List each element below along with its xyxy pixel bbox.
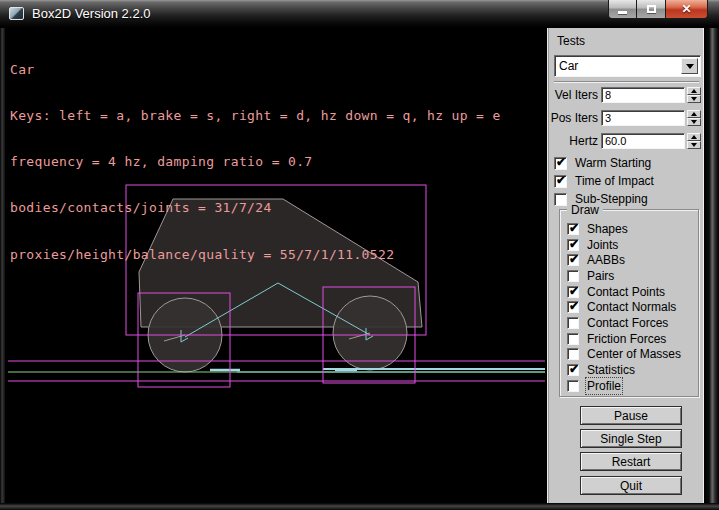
check-icon: ✔: [569, 253, 579, 266]
contact-points-label: Contact Points: [587, 285, 665, 299]
time-of-impact-label: Time of Impact: [575, 174, 654, 188]
stats-overlay: Car Keys: left = a, brake = s, right = d…: [10, 31, 501, 293]
quit-button[interactable]: Quit: [580, 476, 682, 495]
warm-starting-label: Warm Starting: [575, 156, 651, 170]
checkbox-joints[interactable]: ✔ Joints: [560, 237, 698, 253]
app-icon: [9, 7, 24, 20]
vel-iters-spin-down-button[interactable]: [687, 95, 701, 103]
profile-label: Profile: [587, 379, 621, 393]
window-frame-bottom: [0, 503, 719, 510]
contact-normals-checkbox[interactable]: ✔: [567, 301, 579, 313]
pos-iters-value: 3: [605, 112, 611, 124]
arrow-up-icon: [691, 135, 697, 139]
checkbox-center-of-masses[interactable]: Center of Masses: [560, 347, 698, 363]
pos-iters-spin-down-button[interactable]: [687, 118, 701, 126]
vel-iters-spin-up-button[interactable]: [687, 87, 701, 95]
pos-iters-label: Pos Iters: [548, 111, 598, 125]
contact-forces-checkbox[interactable]: [567, 317, 579, 329]
check-icon: ✔: [569, 300, 579, 313]
aabbs-label: AABBs: [587, 253, 625, 267]
chevron-down-icon: [686, 64, 694, 69]
hertz-spinner: [687, 133, 701, 149]
check-icon: ✔: [556, 156, 566, 169]
tests-label: Tests: [557, 34, 585, 48]
window-frame-right: [704, 28, 719, 510]
pos-iters-input[interactable]: 3: [601, 110, 685, 126]
tests-dropdown-value: Car: [559, 59, 578, 73]
minimize-button[interactable]: [608, 0, 637, 19]
hertz-spin-up-button[interactable]: [687, 133, 701, 141]
shapes-label: Shapes: [587, 222, 628, 236]
maximize-icon: [647, 5, 656, 13]
tests-dropdown-button[interactable]: [681, 58, 698, 74]
vel-iters-spinner: [687, 87, 701, 103]
check-icon: ✔: [569, 222, 579, 235]
title-bar[interactable]: Box2D Version 2.2.0 ✕: [0, 0, 719, 28]
vel-iters-input[interactable]: 8: [601, 87, 685, 103]
aabbs-checkbox[interactable]: ✔: [567, 254, 579, 266]
hertz-row: Hertz 60.0: [548, 133, 705, 149]
overlay-line-frequency: frequency = 4 hz, damping ratio = 0.7: [10, 154, 501, 169]
checkbox-time-of-impact[interactable]: ✔ Time of Impact: [554, 174, 654, 188]
time-of-impact-checkbox[interactable]: ✔: [554, 175, 567, 188]
joints-checkbox[interactable]: ✔: [567, 239, 579, 251]
checkbox-profile[interactable]: Profile: [560, 378, 698, 394]
statistics-checkbox[interactable]: ✔: [567, 364, 579, 376]
friction-forces-checkbox[interactable]: [567, 333, 579, 345]
single-step-button-label: Single Step: [600, 432, 661, 446]
checkbox-warm-starting[interactable]: ✔ Warm Starting: [554, 156, 651, 170]
restart-button-label: Restart: [612, 455, 651, 469]
control-panel: Tests Car Vel Iters 8 Pos Iters 3: [547, 28, 704, 503]
simulation-canvas[interactable]: Car Keys: left = a, brake = s, right = d…: [5, 28, 547, 503]
joints-label: Joints: [587, 238, 618, 252]
checkbox-statistics[interactable]: ✔ Statistics: [560, 362, 698, 378]
contact-forces-label: Contact Forces: [587, 316, 668, 330]
checkbox-contact-normals[interactable]: ✔ Contact Normals: [560, 299, 698, 315]
arrow-down-icon: [691, 143, 697, 147]
friction-forces-label: Friction Forces: [587, 332, 666, 346]
center-of-masses-checkbox[interactable]: [567, 348, 579, 360]
restart-button[interactable]: Restart: [580, 452, 682, 471]
close-button[interactable]: ✕: [666, 0, 708, 19]
contact-group: [210, 369, 545, 370]
close-icon: ✕: [681, 3, 691, 15]
overlay-line-bodies: bodies/contacts/joints = 31/7/24: [10, 200, 501, 215]
check-icon: ✔: [556, 174, 566, 187]
checkbox-aabbs[interactable]: ✔ AABBs: [560, 252, 698, 268]
checkbox-contact-points[interactable]: ✔ Contact Points: [560, 284, 698, 300]
sub-stepping-checkbox[interactable]: [554, 193, 567, 206]
hertz-spin-down-button[interactable]: [687, 141, 701, 149]
overlay-line-title: Car: [10, 62, 501, 77]
hertz-label: Hertz: [548, 134, 598, 148]
window-title: Box2D Version 2.2.0: [32, 6, 151, 21]
shapes-checkbox[interactable]: ✔: [567, 223, 579, 235]
contact-normals-label: Contact Normals: [587, 300, 676, 314]
check-icon: ✔: [569, 238, 579, 251]
vel-iters-label: Vel Iters: [548, 88, 598, 102]
pos-iters-spin-up-button[interactable]: [687, 110, 701, 118]
profile-checkbox[interactable]: [567, 380, 579, 392]
warm-starting-checkbox[interactable]: ✔: [554, 157, 567, 170]
overlay-line-proxies: proxies/height/balance/quality = 55/7/1/…: [10, 247, 501, 262]
app-window: Box2D Version 2.2.0 ✕: [0, 0, 719, 510]
hertz-value: 60.0: [605, 135, 626, 147]
checkbox-contact-forces[interactable]: Contact Forces: [560, 315, 698, 331]
single-step-button[interactable]: Single Step: [580, 429, 682, 448]
checkbox-pairs[interactable]: Pairs: [560, 268, 698, 284]
draw-group: Draw ✔ Shapes ✔ Joints ✔ AABBs Pairs: [559, 209, 699, 397]
draw-group-legend: Draw: [567, 203, 603, 217]
hertz-input[interactable]: 60.0: [601, 133, 685, 149]
checkbox-shapes[interactable]: ✔ Shapes: [560, 221, 698, 237]
arrow-down-icon: [691, 120, 697, 124]
contact-points-checkbox[interactable]: ✔: [567, 286, 579, 298]
pairs-checkbox[interactable]: [567, 270, 579, 282]
pos-iters-row: Pos Iters 3: [548, 110, 705, 126]
checkbox-friction-forces[interactable]: Friction Forces: [560, 331, 698, 347]
tests-dropdown[interactable]: Car: [554, 55, 701, 77]
check-icon: ✔: [569, 363, 579, 376]
minimize-icon: [618, 11, 627, 14]
pos-iters-spinner: [687, 110, 701, 126]
maximize-button[interactable]: [637, 0, 666, 19]
pause-button[interactable]: Pause: [580, 406, 682, 425]
window-frame-left: [0, 28, 5, 510]
